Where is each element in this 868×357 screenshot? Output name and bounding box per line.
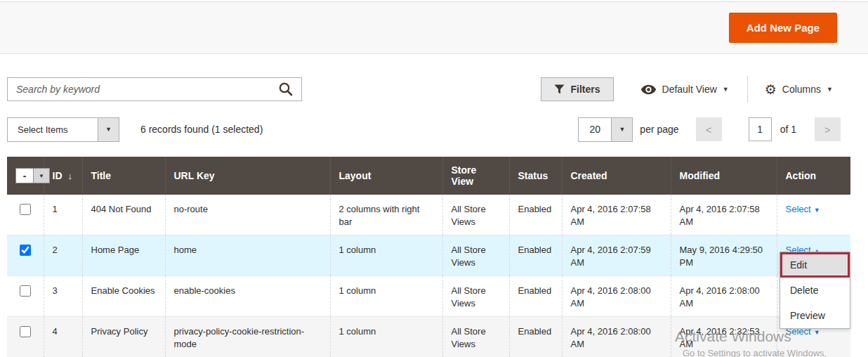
row-action-menu: Edit Delete Preview	[780, 252, 850, 329]
table-row: 3 Enable Cookies enable-cookies 1 column…	[7, 276, 850, 317]
cell-created: Apr 4, 2016 2:07:59 AM	[562, 235, 671, 276]
total-pages-label: of 1	[780, 124, 796, 135]
cell-id: 4	[44, 317, 82, 357]
select-all-control[interactable]: - ▼	[15, 168, 50, 183]
menu-item-delete[interactable]: Delete	[780, 278, 850, 303]
cell-store-view: All Store Views	[442, 195, 509, 235]
filters-label: Filters	[571, 84, 600, 95]
cell-title: Home Page	[82, 235, 165, 276]
cell-created: Apr 4, 2016 2:07:58 AM	[562, 195, 671, 235]
cell-store-view: All Store Views	[442, 317, 509, 357]
row-checkbox[interactable]	[20, 204, 31, 215]
columns-dropdown[interactable]: ⚙ Columns ▼	[758, 83, 840, 96]
search-input[interactable]	[7, 77, 302, 101]
cell-status: Enabled	[509, 235, 562, 276]
cell-store-view: All Store Views	[442, 276, 509, 317]
search-icon[interactable]	[278, 81, 296, 98]
cell-modified: Apr 4, 2016 2:08:00 AM	[671, 276, 777, 317]
column-header-created[interactable]: Created	[562, 157, 671, 195]
column-header-action: Action	[777, 157, 850, 195]
prev-page-button[interactable]: <	[696, 117, 722, 141]
menu-item-edit[interactable]: Edit	[780, 252, 850, 278]
default-view-label: Default View	[662, 84, 717, 95]
row-checkbox[interactable]	[20, 285, 31, 297]
filter-funnel-icon	[554, 84, 565, 94]
current-page-input[interactable]	[749, 117, 772, 141]
chevron-down-icon: ▼	[814, 207, 820, 214]
filters-button[interactable]: Filters	[541, 77, 614, 101]
cell-status: Enabled	[509, 276, 562, 317]
grid-toolbar: Filters Default View ▼ ⚙ Columns ▼	[0, 76, 868, 103]
column-header-url-key[interactable]: URL Key	[165, 157, 330, 195]
column-header-layout[interactable]: Layout	[330, 157, 442, 195]
chevron-down-icon[interactable]: ▼	[98, 118, 119, 141]
cms-pages-grid: - ▼ ID↓ Title URL Key Layout Store View …	[7, 157, 850, 357]
cell-id: 2	[44, 235, 82, 276]
select-action-link[interactable]: Select▼	[786, 204, 820, 214]
cell-modified: May 9, 2016 4:29:50 PM	[671, 235, 777, 276]
column-header-modified[interactable]: Modified	[671, 157, 777, 195]
cell-url-key: no-route	[165, 195, 330, 235]
cell-modified: Apr 4, 2016 2:32:53 AM	[671, 317, 777, 357]
add-new-page-button[interactable]: Add New Page	[729, 13, 837, 43]
cell-url-key: privacy-policy-cookie-restriction-mode	[165, 317, 330, 357]
cell-title: Enable Cookies	[82, 276, 165, 317]
cell-store-view: All Store Views	[442, 235, 509, 276]
eye-icon	[640, 84, 657, 95]
gear-icon: ⚙	[765, 83, 777, 96]
select-all-header: - ▼	[7, 157, 44, 195]
cell-id: 1	[44, 195, 82, 235]
mass-action-label: Select Items	[8, 118, 98, 141]
mass-action-select[interactable]: Select Items ▼	[7, 117, 119, 142]
column-header-title[interactable]: Title	[82, 157, 165, 195]
table-row: 4 Privacy Policy privacy-policy-cookie-r…	[7, 317, 850, 357]
header-row: - ▼ ID↓ Title URL Key Layout Store View …	[7, 157, 850, 195]
select-all-checkbox[interactable]: -	[15, 168, 34, 183]
cell-id: 3	[44, 276, 82, 317]
row-checkbox[interactable]	[20, 245, 31, 256]
cell-url-key: enable-cookies	[165, 276, 330, 317]
cell-status: Enabled	[509, 317, 562, 357]
menu-item-preview[interactable]: Preview	[780, 303, 850, 328]
toolbar-right-controls: Filters Default View ▼ ⚙ Columns ▼	[541, 76, 841, 103]
row-checkbox[interactable]	[20, 326, 31, 337]
cell-status: Enabled	[509, 195, 562, 235]
cell-title: Privacy Policy	[82, 317, 165, 357]
chevron-down-icon: ▼	[827, 86, 833, 93]
chevron-down-icon: ▼	[814, 329, 820, 336]
cell-layout: 2 columns with right bar	[330, 195, 442, 235]
chevron-down-icon: ▼	[723, 86, 729, 93]
grid-controls-row: Select Items ▼ 6 records found (1 select…	[0, 117, 868, 142]
per-page-value: 20	[579, 118, 611, 141]
sort-desc-icon: ↓	[68, 171, 73, 181]
cell-created: Apr 4, 2016 2:08:00 AM	[562, 276, 671, 317]
column-header-store-view[interactable]: Store View	[442, 157, 509, 195]
cell-created: Apr 4, 2016 2:08:00 AM	[562, 317, 671, 357]
default-view-dropdown[interactable]: Default View ▼	[633, 84, 736, 95]
columns-label: Columns	[782, 84, 821, 95]
cell-layout: 1 column	[330, 276, 442, 317]
toolbar-divider	[747, 76, 748, 103]
column-header-status[interactable]: Status	[509, 157, 562, 195]
records-summary: 6 records found (1 selected)	[140, 124, 263, 135]
table-row: 1 404 Not Found no-route 2 columns with …	[7, 195, 850, 235]
chevron-down-icon[interactable]: ▼	[611, 118, 632, 141]
page-header-band: Add New Page	[0, 1, 868, 54]
cell-layout: 1 column	[330, 235, 442, 276]
data-table: - ▼ ID↓ Title URL Key Layout Store View …	[7, 157, 850, 357]
cell-url-key: home	[165, 235, 330, 276]
chevron-down-icon[interactable]: ▼	[34, 168, 50, 183]
table-row-selected: 2 Home Page home 1 column All Store View…	[7, 235, 850, 276]
next-page-button[interactable]: >	[815, 117, 841, 141]
per-page-select[interactable]: 20 ▼	[578, 117, 633, 142]
per-page-label: per page	[640, 124, 678, 135]
cell-title: 404 Not Found	[82, 195, 165, 235]
cell-modified: Apr 4, 2016 2:07:58 AM	[671, 195, 777, 235]
cell-layout: 1 column	[330, 317, 442, 357]
pagination: 20 ▼ per page < of 1 >	[578, 117, 841, 142]
keyword-search	[7, 77, 302, 101]
